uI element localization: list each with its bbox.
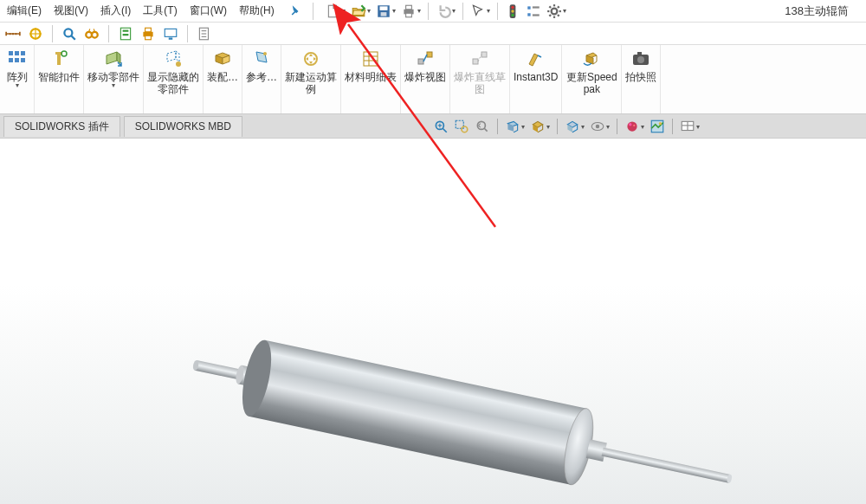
screen-icon[interactable] <box>161 24 180 43</box>
view-orient-icon[interactable] <box>528 117 552 136</box>
svg-rect-57 <box>364 52 378 66</box>
save-button[interactable] <box>374 2 397 21</box>
menu-window[interactable]: 窗口(W) <box>184 0 232 22</box>
svg-point-79 <box>633 125 635 126</box>
svg-point-9 <box>511 10 514 12</box>
ribbon-instant3d[interactable]: Instant3D <box>510 45 562 113</box>
appearance-icon[interactable] <box>623 117 646 136</box>
menu-insert[interactable]: 插入(I) <box>95 0 136 22</box>
separator <box>462 3 463 20</box>
settings-button[interactable] <box>545 2 568 21</box>
svg-rect-38 <box>145 36 152 40</box>
ribbon-smartfastener[interactable]: 智能扣件 <box>35 45 84 113</box>
model-roller <box>0 139 866 504</box>
svg-rect-2 <box>379 6 387 10</box>
ribbon-showhide[interactable]: 显示隐藏的零部件 <box>144 45 204 113</box>
traffic-light-icon[interactable] <box>503 2 522 21</box>
svg-rect-5 <box>405 5 411 10</box>
menu-view[interactable]: 视图(V) <box>48 0 94 22</box>
svg-point-73 <box>462 126 468 132</box>
ribbon-label: 显示隐藏的零部件 <box>147 71 199 95</box>
standard-toolbar <box>324 2 568 21</box>
ribbon-movecomp[interactable]: 移动零部件 <box>84 45 144 113</box>
graphics-viewport[interactable] <box>0 139 866 504</box>
measure-icon[interactable] <box>3 24 23 43</box>
svg-rect-45 <box>9 51 13 55</box>
display-style-icon[interactable] <box>563 117 586 136</box>
svg-rect-6 <box>405 13 411 17</box>
svg-point-8 <box>511 5 514 8</box>
svg-rect-93 <box>602 448 731 483</box>
svg-point-54 <box>176 61 181 67</box>
options-list-icon[interactable] <box>524 2 543 21</box>
svg-rect-34 <box>123 29 129 31</box>
ribbon-label: 新建运动算例 <box>285 71 337 95</box>
ribbon-explode[interactable]: 爆炸视图 <box>401 45 450 113</box>
svg-rect-40 <box>169 37 173 39</box>
ribbon-label: 拍快照 <box>625 71 656 83</box>
ribbon-label: 材料明细表 <box>345 71 397 83</box>
separator <box>672 119 673 134</box>
svg-point-76 <box>596 125 600 129</box>
new-button[interactable] <box>324 2 347 21</box>
svg-line-28 <box>71 36 75 40</box>
svg-line-69 <box>443 128 447 132</box>
ribbon-speedpak[interactable]: 更新Speedpak <box>562 45 622 113</box>
ribbon-snapshot[interactable]: 拍快照 <box>622 45 661 113</box>
ribbon-label: 移动零部件 <box>87 71 139 83</box>
ribbon-assembly[interactable]: 装配… <box>204 45 242 113</box>
svg-rect-89 <box>249 340 586 485</box>
menu-edit[interactable]: 编辑(E) <box>2 0 47 22</box>
menu-bar: 编辑(E) 视图(V) 插入(I) 工具(T) 窗口(W) 帮助(H) <box>0 0 866 23</box>
section-view-icon[interactable] <box>503 117 527 136</box>
separator <box>497 119 498 134</box>
tab-solidworks-plugins[interactable]: SOLIDWORKS 插件 <box>3 116 120 137</box>
doc-icon[interactable] <box>195 24 214 43</box>
svg-point-78 <box>629 123 631 126</box>
svg-rect-39 <box>165 29 177 36</box>
svg-point-81 <box>659 122 662 125</box>
svg-point-55 <box>263 52 267 55</box>
svg-rect-11 <box>527 6 530 9</box>
pin-icon[interactable] <box>280 3 309 19</box>
ribbon-pattern[interactable]: 阵列 <box>0 45 35 113</box>
ribbon-label: 智能扣件 <box>38 71 80 83</box>
ribbon-reference[interactable]: 参考… <box>242 45 281 113</box>
printer-small-icon[interactable] <box>139 24 158 43</box>
zoom-icon[interactable] <box>60 24 79 43</box>
viewport-icon[interactable] <box>678 117 701 136</box>
ribbon-newmotion[interactable]: 新建运动算例 <box>281 45 341 113</box>
svg-rect-64 <box>481 52 487 57</box>
hide-show-icon[interactable] <box>588 117 611 136</box>
svg-rect-12 <box>527 13 530 16</box>
svg-rect-3 <box>380 12 386 16</box>
ribbon-explodeline: 爆炸直线草图 <box>450 45 510 113</box>
open-button[interactable] <box>349 2 372 21</box>
ribbon-label: Instant3D <box>514 71 558 83</box>
view-toolbar <box>431 117 701 136</box>
svg-rect-47 <box>21 51 25 55</box>
menu-help[interactable]: 帮助(H) <box>234 0 280 22</box>
separator <box>187 25 188 42</box>
ribbon-label: 爆炸直线草图 <box>454 71 506 95</box>
ribbon-label: 参考… <box>246 71 277 83</box>
binoculars-icon[interactable] <box>82 24 101 43</box>
menu-tools[interactable]: 工具(T) <box>138 0 182 22</box>
zoom-area-icon[interactable] <box>452 117 471 136</box>
zoom-prev-icon[interactable] <box>473 117 492 136</box>
scene-icon[interactable] <box>648 117 667 136</box>
print-button[interactable] <box>399 2 423 21</box>
svg-point-30 <box>92 31 98 37</box>
sheet-icon[interactable] <box>116 24 135 43</box>
undo-button[interactable] <box>434 2 457 21</box>
ribbon-bom[interactable]: 材料明细表 <box>341 45 401 113</box>
quick-toolbar <box>0 23 866 45</box>
zoom-fit-icon[interactable] <box>431 117 450 136</box>
svg-rect-46 <box>15 51 19 55</box>
tab-solidworks-mbd[interactable]: SOLIDWORKS MBD <box>124 116 242 137</box>
center-icon[interactable] <box>26 24 45 43</box>
select-button[interactable] <box>469 2 492 21</box>
svg-rect-62 <box>427 52 432 57</box>
menu-items: 编辑(E) 视图(V) 插入(I) 工具(T) 窗口(W) 帮助(H) <box>0 0 280 22</box>
separator <box>313 3 313 20</box>
